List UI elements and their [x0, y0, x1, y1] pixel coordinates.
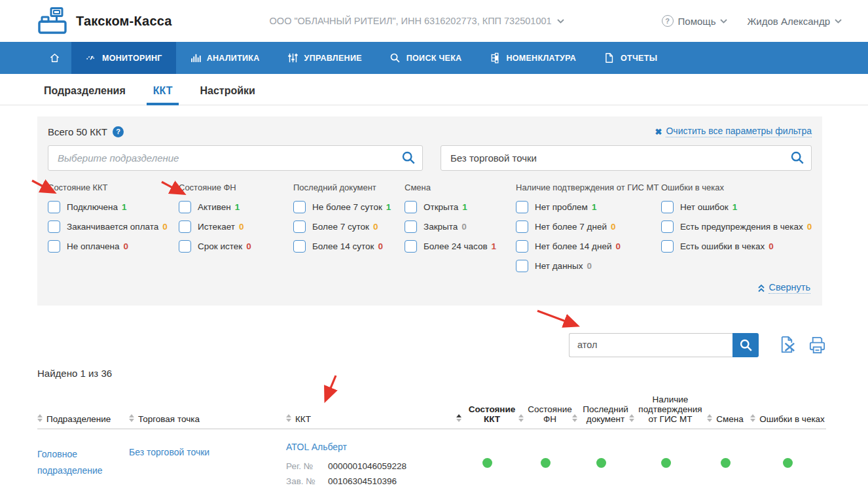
checkbox[interactable] [48, 201, 60, 213]
filter-option[interactable]: Нет ошибок1 [661, 201, 815, 213]
results-count-label: Найдено 1 из 36 [37, 368, 868, 379]
tab-settings[interactable]: Настройки [193, 76, 261, 105]
nav-item-label: НОМЕНКЛАТУРА [506, 54, 576, 63]
collapse-filters-link[interactable]: Свернуть [757, 282, 810, 294]
nav-item-reports[interactable]: ОТЧЕТЫ [590, 42, 671, 74]
filter-option[interactable]: Не более 7 суток1 [293, 201, 405, 213]
count-badge: 1 [492, 241, 497, 251]
checkbox[interactable] [516, 221, 528, 233]
filter-option[interactable]: Закрыта0 [405, 221, 516, 233]
checkbox[interactable] [48, 221, 60, 233]
checkbox[interactable] [516, 260, 528, 272]
checkbox[interactable] [179, 201, 191, 213]
checkbox[interactable] [405, 201, 417, 213]
col-header-outlet[interactable]: Торговая точка [129, 414, 286, 424]
checkbox[interactable] [661, 221, 674, 233]
filter-option[interactable]: Срок истек0 [179, 240, 293, 253]
clear-all-filters-link[interactable]: ✖ Очистить все параметры фильтра [655, 126, 812, 137]
sort-arrows-icon [750, 414, 755, 424]
checkbox[interactable] [405, 221, 417, 233]
count-badge: 0 [246, 241, 251, 251]
count-badge: 1 [732, 202, 738, 212]
checkbox[interactable] [661, 201, 674, 213]
department-filter-input[interactable] [48, 145, 423, 171]
col-header-gis-mt[interactable]: Наличие подтверждения от ГИС МТ [630, 395, 702, 424]
checkbox[interactable] [179, 221, 191, 233]
filter-option[interactable]: Заканчивается оплата0 [48, 221, 179, 233]
col-header-kkt-state[interactable]: Состояние ККТ [456, 404, 518, 424]
nav-home-button[interactable] [37, 42, 71, 74]
checkbox[interactable] [293, 221, 306, 233]
sort-arrows-icon [37, 414, 43, 424]
double-chevron-up-icon [757, 284, 765, 292]
filter-option[interactable]: Нет более 7 дней0 [516, 221, 661, 233]
help-label: Помощь [678, 16, 716, 27]
chevron-down-icon [835, 19, 842, 24]
search-icon[interactable] [790, 150, 805, 165]
filter-option[interactable]: Нет данных0 [516, 260, 661, 272]
col-header-last-document[interactable]: Последний документ [572, 404, 630, 424]
nav-item-management[interactable]: УПРАВЛЕНИЕ [274, 42, 376, 74]
user-menu[interactable]: Жидов Александр [747, 16, 842, 27]
kkt-search-input[interactable] [569, 333, 732, 357]
filter-option[interactable]: Активен1 [179, 201, 293, 213]
annotation-arrow-search [535, 306, 587, 334]
col-header-kkt[interactable]: ККТ [286, 414, 456, 424]
tab-kkt[interactable]: ККТ [147, 76, 179, 105]
nav-item-label: ОТЧЕТЫ [621, 54, 657, 63]
sort-arrows-icon [286, 414, 291, 424]
col-header-receipt-errors[interactable]: Ошибки в чеках [749, 414, 826, 424]
col-header-fn-state[interactable]: Состояние ФН [518, 404, 572, 424]
checkbox[interactable] [293, 240, 306, 253]
nav-item-analytics[interactable]: АНАЛИТИКА [176, 42, 274, 74]
checkbox[interactable] [179, 240, 191, 253]
help-menu[interactable]: ? Помощь [662, 15, 728, 27]
department-link[interactable]: Головное подразделение [37, 446, 129, 480]
filter-option[interactable]: Не оплачена0 [48, 240, 179, 253]
cash-register-logo-icon[interactable] [37, 7, 67, 35]
count-badge: 1 [235, 202, 240, 212]
serial-number: Зав. № 00106304510396 [286, 475, 456, 488]
filter-option[interactable]: Есть ошибки в чеках0 [661, 240, 815, 253]
kkt-link[interactable]: ATOL Альберт [286, 439, 347, 456]
checkbox[interactable] [405, 240, 417, 253]
col-header-department[interactable]: Подразделение [37, 414, 129, 424]
checkbox[interactable] [516, 240, 528, 253]
count-badge: 0 [769, 241, 774, 251]
outlet-link[interactable]: Без торговой точки [129, 444, 209, 461]
checkbox[interactable] [661, 240, 674, 253]
tab-departments[interactable]: Подразделения [37, 76, 132, 105]
count-badge: 1 [122, 202, 127, 212]
checkbox[interactable] [293, 201, 306, 213]
nav-item-monitoring[interactable]: МОНИТОРИНГ [71, 42, 176, 74]
help-question-icon[interactable]: ? [113, 126, 124, 137]
clear-x-icon: ✖ [655, 127, 662, 137]
count-badge: 0 [123, 241, 128, 251]
checkbox[interactable] [516, 201, 528, 213]
table-header: Подразделение Торговая точка ККТ Состоян… [37, 395, 826, 429]
checkbox[interactable] [48, 240, 60, 253]
speedometer-icon [85, 52, 96, 63]
export-excel-icon[interactable] [777, 335, 797, 355]
filter-option[interactable]: Истекает0 [179, 221, 293, 233]
company-selector[interactable]: ООО "ОБЛАЧНЫЙ РИТЕИЛ", ИНН 6316202773, К… [270, 16, 564, 26]
filter-option[interactable]: Нет проблем1 [516, 201, 661, 213]
filter-option[interactable]: Более 24 часов1 [405, 240, 516, 253]
filter-option[interactable]: Нет более 14 дней0 [516, 240, 661, 253]
nav-item-nomenclature[interactable]: НОМЕНКЛАТУРА [475, 42, 590, 74]
search-icon [739, 338, 753, 352]
filter-option[interactable]: Открыта1 [405, 201, 516, 213]
outlet-filter-input[interactable] [441, 145, 812, 171]
kkt-search-button[interactable] [732, 333, 759, 357]
sort-arrows-icon [518, 414, 524, 424]
filter-option[interactable]: Более 14 суток0 [293, 240, 405, 253]
search-icon[interactable] [401, 150, 416, 165]
col-header-shift[interactable]: Смена [702, 414, 749, 424]
filter-option[interactable]: Более 7 суток0 [293, 221, 405, 233]
print-icon[interactable] [807, 335, 827, 355]
filter-group-gis-mt: Наличие подтверждения от ГИС МТ Нет проб… [516, 183, 661, 279]
total-kkt-label: Всего 50 ККТ [48, 126, 107, 137]
filter-option[interactable]: Подключена1 [48, 201, 179, 213]
nav-item-receipt-search[interactable]: ПОИСК ЧЕКА [376, 42, 476, 74]
filter-option[interactable]: Есть предупреждения в чеках0 [661, 221, 815, 233]
